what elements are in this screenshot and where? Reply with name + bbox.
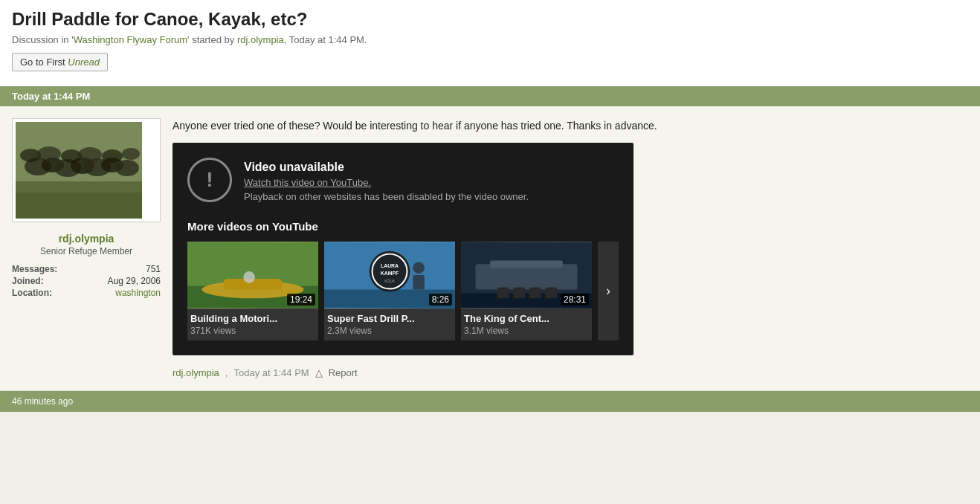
svg-rect-32: [476, 264, 578, 289]
thumb-title-1: Building a Motori...: [190, 313, 315, 324]
next-arrow-button[interactable]: ›: [598, 242, 619, 340]
location-label: Location:: [12, 288, 57, 298]
post-footer: rdj.olympia , Today at 1:44 PM △ Report: [173, 364, 968, 378]
messages-value: 751: [146, 264, 161, 274]
thumb-image-2: LAURA KAMPF KÖLN 8:26: [324, 242, 455, 308]
post-content: Anyone ever tried one of these? Would be…: [173, 118, 968, 378]
watch-on-youtube-link[interactable]: Watch this video on YouTube.: [244, 177, 529, 188]
unread-label: Unread: [68, 56, 100, 68]
subtitle-suffix: , Today at 1:44 PM.: [284, 34, 367, 45]
svg-point-20: [243, 271, 255, 283]
thumb-info-2: Super Fast Drill P... 2.3M views: [324, 308, 455, 340]
video-thumb-3[interactable]: 28:31 The King of Cent... 3.1M views: [461, 242, 592, 340]
video-thumbnails: 19:24 Building a Motori... 371K views: [187, 242, 619, 340]
thumb-views-2: 2.3M views: [327, 326, 452, 336]
svg-text:LAURA: LAURA: [381, 263, 399, 268]
svg-point-28: [413, 262, 425, 274]
username[interactable]: rdj.olympia: [12, 228, 161, 246]
forum-link[interactable]: Washington Flyway Forum: [74, 34, 187, 45]
svg-rect-15: [16, 193, 142, 219]
svg-point-14: [122, 148, 140, 160]
post-container: rdj.olympia Senior Refuge Member Message…: [0, 106, 980, 391]
svg-rect-35: [513, 288, 525, 299]
thumb-title-3: The King of Cent...: [464, 313, 589, 324]
svg-rect-37: [545, 288, 557, 299]
thumb-image-1: 19:24: [187, 242, 318, 308]
subtitle-mid: ' started by: [187, 34, 237, 45]
video-embed: ! Video unavailable Watch this video on …: [173, 143, 634, 355]
location-row: Location: washington: [12, 288, 161, 298]
thumb-duration-1: 19:24: [287, 294, 315, 306]
footer-separator: △: [315, 367, 323, 378]
thumb-duration-2: 8:26: [429, 294, 452, 306]
page-header: Drill Paddle for Canoe, Kayak, etc? Disc…: [0, 0, 980, 86]
footer-text: 46 minutes ago: [12, 396, 73, 407]
location-value[interactable]: washington: [115, 288, 161, 298]
user-title: Senior Refuge Member: [12, 246, 161, 256]
user-info: Messages: 751 Joined: Aug 29, 2006 Locat…: [12, 264, 161, 298]
svg-point-8: [115, 160, 139, 176]
footer-time: Today at 1:44 PM: [233, 367, 309, 378]
avatar-wrapper: [12, 118, 161, 222]
avatar: [16, 122, 142, 219]
page-subtitle: Discussion in 'Washington Flyway Forum' …: [12, 34, 968, 45]
svg-rect-29: [413, 275, 425, 290]
footer-timestamp: ,: [225, 367, 228, 378]
thumb-info-3: The King of Cent... 3.1M views: [461, 308, 592, 340]
page-wrapper: Drill Paddle for Canoe, Kayak, etc? Disc…: [0, 0, 980, 412]
svg-rect-33: [490, 260, 563, 268]
playback-disabled-text: Playback on other websites has been disa…: [244, 191, 529, 202]
thumb-title-2: Super Fast Drill P...: [327, 313, 452, 324]
svg-rect-34: [497, 288, 509, 299]
video-unavailable-text: Video unavailable Watch this video on Yo…: [244, 158, 529, 202]
svg-point-12: [78, 147, 102, 162]
messages-label: Messages:: [12, 264, 62, 274]
timestamp-bar: Today at 1:44 PM: [0, 86, 980, 106]
thumb-views-1: 371K views: [190, 326, 315, 336]
video-unavailable-section: ! Video unavailable Watch this video on …: [187, 158, 619, 202]
footer-author-link[interactable]: rdj.olympia: [173, 367, 219, 378]
video-unavailable-title: Video unavailable: [244, 161, 529, 174]
report-link[interactable]: Report: [329, 367, 358, 378]
thumb-image-3: 28:31: [461, 242, 592, 308]
joined-label: Joined:: [12, 276, 48, 286]
svg-point-13: [102, 149, 123, 163]
user-sidebar: rdj.olympia Senior Refuge Member Message…: [12, 118, 161, 378]
post-text: Anyone ever tried one of these? Would be…: [173, 118, 968, 134]
svg-rect-36: [529, 288, 541, 299]
go-to-first-unread-button[interactable]: Go to First Unread: [12, 53, 108, 71]
subtitle-prefix: Discussion in ': [12, 34, 74, 45]
video-thumb-1[interactable]: 19:24 Building a Motori... 371K views: [187, 242, 318, 340]
author-link-header[interactable]: rdj.olympia: [237, 34, 284, 45]
timestamp-label: Today at 1:44 PM: [12, 91, 90, 102]
messages-row: Messages: 751: [12, 264, 161, 274]
warning-icon: !: [187, 158, 232, 202]
footer-bar: 46 minutes ago: [0, 391, 980, 412]
report-label: Report: [329, 367, 358, 378]
svg-text:KÖLN: KÖLN: [384, 279, 395, 283]
joined-row: Joined: Aug 29, 2006: [12, 276, 161, 286]
more-videos-label: More videos on YouTube: [187, 220, 619, 233]
video-thumb-2[interactable]: LAURA KAMPF KÖLN 8:26 Super Fast Drill P…: [324, 242, 455, 340]
thumb-duration-3: 28:31: [561, 294, 589, 306]
svg-text:KAMPF: KAMPF: [381, 271, 399, 276]
svg-point-10: [37, 146, 61, 161]
thumb-info-1: Building a Motori... 371K views: [187, 308, 318, 340]
thumb-views-3: 3.1M views: [464, 326, 589, 336]
page-title: Drill Paddle for Canoe, Kayak, etc?: [12, 9, 968, 30]
joined-value: Aug 29, 2006: [108, 276, 161, 286]
go-to-first-label: Go to First: [20, 56, 68, 68]
